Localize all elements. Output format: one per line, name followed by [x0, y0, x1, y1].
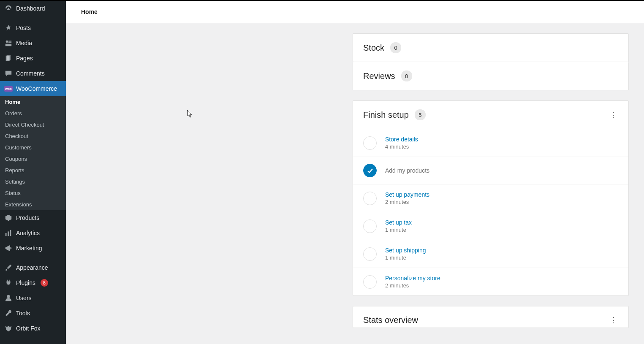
task-title: Set up tax: [385, 219, 412, 226]
main-content: Home Stock 0 Reviews 0: [66, 1, 644, 344]
task-time: 2 minutes: [385, 282, 440, 289]
sidebar-item-label: Dashboard: [16, 5, 45, 12]
svg-point-6: [7, 295, 10, 298]
sidebar-subitem-home[interactable]: Home: [0, 96, 66, 108]
sidebar-item-plugins[interactable]: Plugins8: [0, 275, 66, 290]
sidebar-item-products[interactable]: Products: [0, 210, 66, 225]
sidebar-subitem-orders[interactable]: Orders: [0, 108, 66, 119]
stock-count-badge: 0: [390, 42, 401, 53]
sidebar-subitem-checkout[interactable]: Checkout: [0, 130, 66, 142]
sidebar-item-posts[interactable]: Posts: [0, 20, 66, 35]
task-status-icon: [363, 219, 377, 233]
svg-rect-2: [7, 55, 11, 60]
task-set-up-tax[interactable]: Set up tax1 minute: [353, 212, 628, 240]
task-status-icon: [363, 275, 377, 289]
sidebar-item-media[interactable]: Media: [0, 35, 66, 51]
woocommerce-icon: woo: [4, 84, 13, 93]
task-time: 4 minutes: [385, 144, 418, 150]
fox-icon: [4, 324, 13, 333]
sidebar-item-analytics[interactable]: Analytics: [0, 225, 66, 241]
sidebar-item-label: Appearance: [16, 264, 48, 271]
page-title: Home: [81, 8, 98, 15]
sidebar-item-label: Users: [16, 295, 32, 301]
sidebar-item-comments[interactable]: Comments: [0, 66, 66, 81]
card-title-stock: Stock: [363, 43, 384, 53]
brush-icon: [4, 263, 13, 272]
card-title-stats: Stats overview: [363, 315, 418, 325]
card-stock[interactable]: Stock 0: [353, 33, 629, 62]
sidebar-subitem-direct-checkout[interactable]: Direct Checkout: [0, 119, 66, 130]
sidebar-item-tools[interactable]: Tools: [0, 306, 66, 321]
sidebar-subitem-settings[interactable]: Settings: [0, 176, 66, 187]
task-title: Set up shipping: [385, 247, 426, 254]
task-list: Store details4 minutesAdd my productsSet…: [353, 129, 628, 295]
sidebar-item-label: Comments: [16, 70, 45, 77]
card-finish-setup: Finish setup 5 ⋮ Store details4 minutesA…: [353, 100, 629, 296]
chart-icon: [4, 229, 13, 237]
more-options-button[interactable]: ⋮: [608, 315, 618, 325]
admin-sidebar: DashboardPostsMediaPagesComments woo Woo…: [0, 1, 66, 344]
sidebar-item-dashboard[interactable]: Dashboard: [0, 1, 66, 16]
sidebar-item-label: Products: [16, 214, 39, 221]
task-status-icon: [363, 136, 377, 150]
task-title: Set up payments: [385, 191, 429, 198]
sidebar-item-label: Pages: [16, 55, 33, 62]
pin-icon: [4, 24, 13, 32]
wrench-icon: [4, 309, 13, 317]
task-title: Add my products: [385, 167, 429, 174]
task-store-details[interactable]: Store details4 minutes: [353, 129, 628, 157]
task-title: Personalize my store: [385, 275, 440, 282]
svg-rect-5: [10, 230, 11, 236]
svg-point-0: [6, 41, 8, 43]
sidebar-item-users[interactable]: Users: [0, 290, 66, 306]
sidebar-item-label: Media: [16, 40, 32, 46]
sidebar-item-orbit-fox[interactable]: Orbit Fox: [0, 321, 66, 336]
task-status-icon: [363, 192, 377, 205]
sidebar-item-label: Posts: [16, 24, 31, 31]
task-time: 1 minute: [385, 227, 412, 233]
mega-icon: [4, 244, 13, 252]
task-status-icon: [363, 247, 377, 261]
task-set-up-payments[interactable]: Set up payments2 minutes: [353, 184, 628, 212]
page-header: Home: [66, 1, 644, 23]
card-title-reviews: Reviews: [363, 71, 395, 81]
check-icon: [363, 164, 377, 177]
card-stats-overview: Stats overview ⋮: [353, 306, 629, 328]
sidebar-item-label: WooCommerce: [16, 85, 57, 92]
task-personalize-my-store[interactable]: Personalize my store2 minutes: [353, 268, 628, 295]
svg-rect-4: [8, 231, 9, 236]
sidebar-item-appearance[interactable]: Appearance: [0, 260, 66, 275]
svg-rect-3: [5, 233, 7, 236]
sidebar-submenu-woocommerce: HomeOrdersDirect CheckoutCheckoutCustome…: [0, 96, 66, 210]
sidebar-item-label: Marketing: [16, 245, 42, 252]
page-icon: [4, 54, 13, 62]
task-add-my-products[interactable]: Add my products: [353, 157, 628, 184]
box-icon: [4, 214, 13, 222]
sidebar-item-label: Plugins: [16, 279, 35, 286]
sidebar-item-woocommerce[interactable]: woo WooCommerce: [0, 81, 66, 96]
card-title-finish: Finish setup: [363, 110, 409, 120]
sidebar-subitem-status[interactable]: Status: [0, 187, 66, 199]
sidebar-item-label: Tools: [16, 310, 30, 317]
card-reviews[interactable]: Reviews 0: [353, 62, 629, 90]
task-time: 2 minutes: [385, 199, 429, 205]
sidebar-subitem-customers[interactable]: Customers: [0, 142, 66, 153]
task-title: Store details: [385, 136, 418, 143]
media-icon: [4, 39, 13, 47]
sidebar-subitem-reports[interactable]: Reports: [0, 165, 66, 176]
sidebar-item-label: Orbit Fox: [16, 325, 41, 332]
sidebar-subitem-extensions[interactable]: Extensions: [0, 199, 66, 210]
dash-icon: [4, 4, 13, 13]
task-set-up-shipping[interactable]: Set up shipping1 minute: [353, 240, 628, 268]
reviews-count-badge: 0: [401, 70, 412, 81]
user-icon: [4, 294, 13, 302]
finish-count-badge: 5: [415, 109, 426, 120]
sidebar-item-pages[interactable]: Pages: [0, 51, 66, 66]
sidebar-item-marketing[interactable]: Marketing: [0, 241, 66, 256]
more-options-button[interactable]: ⋮: [608, 110, 618, 120]
task-time: 1 minute: [385, 255, 426, 261]
plug-icon: [4, 279, 13, 287]
sidebar-subitem-coupons[interactable]: Coupons: [0, 153, 66, 165]
sidebar-item-label: Analytics: [16, 230, 40, 236]
plugins-update-badge: 8: [41, 279, 48, 287]
